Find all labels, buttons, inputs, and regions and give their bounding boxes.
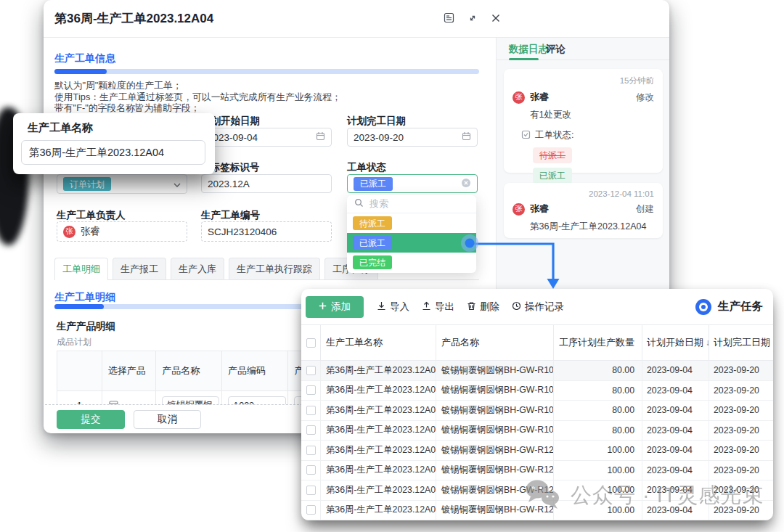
add-button[interactable]: 添加	[306, 296, 364, 318]
import-icon	[377, 301, 386, 313]
log-action: 修改	[636, 91, 654, 104]
trash-icon	[467, 301, 476, 313]
log-icon[interactable]	[444, 12, 454, 23]
tab-data-log[interactable]: 数据日志	[509, 43, 548, 56]
cell-c3: 100.00	[554, 501, 642, 520]
task-toolbar: 添加 导入 导出 删除 操作记录 生产任务	[301, 289, 773, 325]
order-no-label: 生产工单编号	[201, 209, 260, 222]
table-row[interactable]: 第36周-生产工单2023.12A04镀锡铜覆钢圆钢BH-GW-R12100.0…	[301, 461, 773, 481]
log-action: 创建	[636, 203, 654, 216]
order-type-select[interactable]: 订单计划	[57, 174, 187, 194]
row-checkbox[interactable]	[306, 406, 316, 415]
table-row[interactable]: 第36周-生产工单2023.12A04镀锡铜覆钢圆钢BH-GW-R1080.00…	[301, 401, 773, 421]
table-row[interactable]: 第36周-生产工单2023.12A04镀锡铜覆钢圆钢BH-GW-R1080.00…	[301, 361, 773, 381]
table-row[interactable]: 第36周-生产工单2023.12A04镀锡铜覆钢圆钢BH-GW-R1080.00…	[301, 381, 773, 401]
product-row-select[interactable]	[102, 390, 157, 404]
import-button[interactable]: 导入	[377, 300, 409, 314]
tip-line: 默认为"周"颗粒度的生产工单；	[54, 80, 341, 91]
export-button[interactable]: 导出	[422, 300, 454, 314]
status-option-待派工[interactable]: 待派工	[347, 213, 476, 233]
new-value-pill: 已派工	[533, 168, 572, 184]
table-row[interactable]: 第36周-生产工单2023.12A04镀锡铜覆钢圆钢BH-GW-R12100.0…	[301, 441, 773, 461]
row-checkbox[interactable]	[306, 385, 316, 395]
order-type-tag: 订单计划	[63, 177, 111, 191]
table-row[interactable]: 第36周-生产工单2023.12A04镀锡铜覆钢圆钢BH-GW-R1080.00…	[301, 421, 773, 441]
status-field[interactable]: 已派工	[347, 174, 478, 193]
screenshot-root: 第36周-生产工单2023.12A04 生产工单信息 默认为"周"颗粒度的生产工…	[0, 0, 784, 532]
export-label: 导出	[435, 300, 454, 314]
cell-c5: 2023-09-20	[709, 441, 773, 460]
row-checkbox[interactable]	[306, 505, 316, 515]
status-option-tag: 已派工	[353, 236, 392, 250]
cell-c4: 2023-09-04	[642, 421, 709, 441]
production-task-panel: 添加 导入 导出 删除 操作记录 生产任务	[301, 289, 773, 520]
cancel-button[interactable]: 取消	[134, 410, 201, 429]
tab-3[interactable]: 生产入库	[171, 258, 224, 279]
work-order-name-input[interactable]: 第36周-生产工单2023.12A04	[21, 140, 205, 165]
tab-1[interactable]: 工单明细	[54, 258, 108, 279]
delete-button[interactable]: 删除	[467, 300, 499, 314]
product-code-input[interactable]: A002	[228, 396, 286, 405]
modal-title: 第36周-生产工单2023.12A04	[54, 10, 213, 27]
table-row[interactable]: 第36周-生产工单2023.12A04镀锡铜覆钢圆钢BH-GW-R12100.0…	[301, 501, 773, 521]
cell-c3: 80.00	[554, 421, 642, 441]
row-checkbox[interactable]	[306, 486, 316, 495]
plan-finish-value: 2023-09-20	[354, 132, 462, 143]
expand-icon[interactable]	[467, 13, 478, 23]
select-all-checkbox[interactable]	[306, 338, 316, 348]
col-start-date-label: 计划开始日期	[647, 336, 703, 349]
plan-finish-field[interactable]: 2023-09-20	[347, 128, 478, 147]
table-row[interactable]: 第36周-生产工单2023.12A04镀锡铜覆钢圆钢BH-GW-R12100.0…	[301, 480, 773, 501]
tab-4[interactable]: 生产工单执行跟踪	[229, 258, 320, 279]
product-col-index	[57, 351, 102, 390]
col-qty[interactable]: 工序计划生产数量	[554, 325, 642, 360]
field-checkbox-icon	[521, 130, 531, 142]
row-checkbox[interactable]	[306, 425, 316, 435]
col-start-date[interactable]: 计划开始日期 ↓	[642, 325, 709, 360]
cell-c4: 2023-09-04	[642, 480, 709, 500]
cell-c1: 第36周-生产工单2023.12A04	[321, 421, 436, 441]
owner-field[interactable]: 张 张睿	[57, 221, 187, 242]
log-entry-card: 15分钟前 张 张睿 修改 有1处更改 工单状态: 待派工 已派工	[504, 69, 663, 173]
tip-line: 使用Tips：生产工单通过标签页，可以一站式完成所有生产业务流程；	[54, 91, 341, 103]
row-checkbox[interactable]	[306, 366, 316, 375]
tab-2[interactable]: 生产报工	[113, 258, 166, 279]
chevron-down-icon	[173, 179, 181, 189]
label-id-field[interactable]: 2023.12A	[201, 174, 332, 193]
history-button[interactable]: 操作记录	[512, 300, 564, 314]
status-option-已完结[interactable]: 已完结	[347, 253, 476, 272]
order-no-field[interactable]: SCJH23120406	[201, 221, 332, 242]
clip-edge	[45, 404, 303, 405]
close-icon[interactable]	[491, 13, 501, 23]
row-checkbox[interactable]	[306, 465, 316, 475]
cell-c2: 镀锡铜覆钢圆钢BH-GW-R10	[436, 361, 554, 380]
log-panel-tabs: 数据日志 评论	[497, 38, 669, 60]
task-panel-title: 生产任务	[718, 299, 763, 314]
col-product-name[interactable]: 产品名称	[436, 325, 554, 360]
log-time: 15分钟前	[513, 75, 654, 86]
dropdown-search[interactable]: 搜索	[347, 195, 476, 213]
cell-c1: 第36周-生产工单2023.12A04	[321, 361, 436, 380]
import-label: 导入	[390, 300, 409, 314]
log-user: 张睿	[530, 202, 549, 216]
status-tag: 已派工	[354, 177, 393, 191]
tab-comments[interactable]: 评论	[546, 43, 565, 56]
submit-button[interactable]: 提交	[57, 410, 125, 429]
status-option-已派工[interactable]: 已派工	[347, 233, 476, 253]
col-order-name[interactable]: 生产工单名称	[321, 325, 436, 360]
cell-c1: 第36周-生产工单2023.12A04	[321, 441, 436, 460]
cell-c1: 第36周-生产工单2023.12A04	[321, 480, 436, 500]
avatar: 张	[513, 91, 525, 104]
order-no-value: SCJH23120406	[208, 226, 277, 237]
row-checkbox[interactable]	[306, 446, 316, 455]
log-entry-card: 2023-12-04 11:01 张 张睿 创建 第36周-生产工单2023.1…	[504, 183, 663, 238]
cell-c4: 2023-09-04	[642, 501, 709, 520]
col-end-date[interactable]: 计划完工日期	[709, 325, 773, 360]
cell-c3: 100.00	[554, 461, 642, 480]
plan-start-field[interactable]: 2023-09-04	[201, 128, 332, 147]
clear-icon[interactable]	[461, 178, 471, 190]
cell-c5: 2023-09-20	[709, 480, 773, 500]
cell-c2: 镀锡铜覆钢圆钢BH-GW-R10	[436, 421, 554, 441]
cell-c4: 2023-09-04	[642, 401, 709, 420]
product-name-input[interactable]: 镀锡铜覆钢	[162, 396, 219, 405]
